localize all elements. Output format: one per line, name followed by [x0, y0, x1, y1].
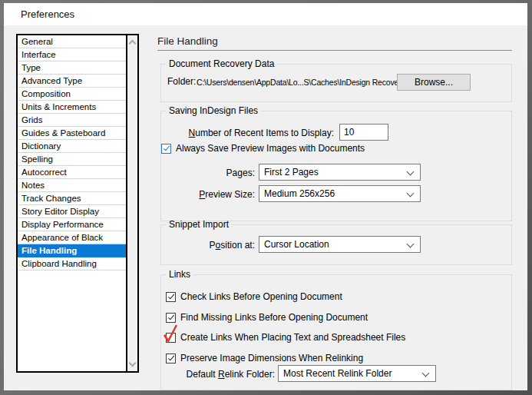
sidebar-item-grids[interactable]: Grids: [18, 114, 126, 127]
find-missing-links-label: Find Missing Links Before Opening Docume…: [180, 312, 368, 323]
preferences-dialog: Preferences General Interface Type Advan…: [4, 3, 527, 390]
default-relink-folder-dropdown[interactable]: Most Recent Relink Folder: [278, 365, 436, 382]
page-title: File Handling: [157, 35, 218, 47]
pages-label: Pages:: [226, 168, 255, 178]
always-save-preview-label: Always Save Preview Images with Document…: [176, 143, 365, 154]
chevron-down-icon: [407, 190, 415, 198]
group-legend: Document Recovery Data: [166, 58, 277, 69]
sidebar-item-interface[interactable]: Interface: [18, 48, 126, 61]
scroll-down-icon[interactable]: [129, 360, 137, 367]
position-at-dropdown[interactable]: Cursor Location: [259, 236, 421, 253]
recent-items-label: Number of Recent Items to Display:: [189, 128, 334, 138]
preview-size-label: Preview Size:: [199, 189, 255, 200]
title-bar: Preferences: [4, 3, 527, 25]
sidebar-item-spelling[interactable]: Spelling: [18, 153, 126, 166]
red-annotation-check-icon: [160, 323, 180, 344]
sidebar-item-track-changes[interactable]: Track Changes: [18, 192, 126, 205]
sidebar-item-general[interactable]: General: [18, 35, 126, 48]
category-list: General Interface Type Advanced Type Com…: [18, 35, 126, 371]
group-legend: Saving InDesign Files: [166, 105, 261, 116]
category-listbox: General Interface Type Advanced Type Com…: [16, 34, 139, 373]
default-relink-folder-label: Default Relink Folder:: [187, 369, 275, 380]
pages-value: First 2 Pages: [264, 167, 319, 178]
chevron-down-icon: [407, 168, 415, 176]
preview-size-dropdown[interactable]: Medium 256x256: [259, 185, 421, 202]
checkmark-icon: [167, 314, 173, 320]
sidebar-item-autocorrect[interactable]: Autocorrect: [18, 166, 126, 179]
sidebar-item-file-handling[interactable]: File Handling: [18, 244, 126, 257]
preserve-image-dimensions-checkbox[interactable]: [166, 354, 176, 363]
checkmark-icon: [163, 144, 169, 151]
folder-label: Folder:: [167, 76, 196, 87]
recovery-folder-path: C:\Users\densen\AppData\Lo...S\Caches\In…: [197, 78, 405, 87]
preserve-image-dimensions-label: Preserve Image Dimensions When Relinking: [180, 353, 363, 363]
scroll-up-icon[interactable]: [129, 40, 137, 48]
preview-size-value: Medium 256x256: [264, 188, 335, 199]
always-save-preview-checkbox[interactable]: [161, 144, 171, 154]
checkmark-icon: [167, 293, 173, 300]
recent-items-value: 10: [344, 127, 354, 138]
sidebar-item-notes[interactable]: Notes: [18, 179, 126, 192]
find-missing-links-checkbox[interactable]: [166, 313, 176, 323]
sidebar-item-display-performance[interactable]: Display Performance: [18, 218, 126, 231]
check-links-label: Check Links Before Opening Document: [180, 291, 342, 302]
pages-dropdown[interactable]: First 2 Pages: [259, 164, 421, 181]
sidebar-item-guides-pasteboard[interactable]: Guides & Pasteboard: [18, 127, 126, 140]
group-legend: Links: [166, 269, 193, 280]
chevron-down-icon: [422, 370, 430, 377]
sidebar-item-story-editor-display[interactable]: Story Editor Display: [18, 205, 126, 218]
create-links-label: Create Links When Placing Text and Sprea…: [180, 332, 405, 343]
chevron-down-icon: [407, 241, 415, 248]
checkmark-icon: [167, 354, 173, 361]
sidebar-item-units-increments[interactable]: Units & Increments: [18, 101, 126, 114]
sidebar-item-type[interactable]: Type: [18, 61, 126, 75]
position-at-label: Position at:: [210, 240, 255, 251]
default-relink-folder-value: Most Recent Relink Folder: [283, 368, 392, 379]
group-legend: Snippet Import: [166, 219, 232, 230]
sidebar-item-appearance-of-black[interactable]: Appearance of Black: [18, 231, 126, 244]
browse-button[interactable]: Browse...: [397, 74, 471, 91]
sidebar-item-clipboard-handling[interactable]: Clipboard Handling: [18, 257, 126, 271]
sidebar-item-composition[interactable]: Composition: [18, 88, 126, 101]
list-scrollbar[interactable]: [126, 35, 137, 371]
check-links-checkbox[interactable]: [166, 292, 176, 302]
header-rule: [157, 50, 512, 51]
dialog-title: Preferences: [4, 8, 74, 20]
sidebar-item-dictionary[interactable]: Dictionary: [18, 140, 126, 153]
recent-items-input[interactable]: 10: [339, 124, 388, 141]
sidebar-item-advanced-type[interactable]: Advanced Type: [18, 75, 126, 88]
position-at-value: Cursor Location: [264, 239, 329, 250]
